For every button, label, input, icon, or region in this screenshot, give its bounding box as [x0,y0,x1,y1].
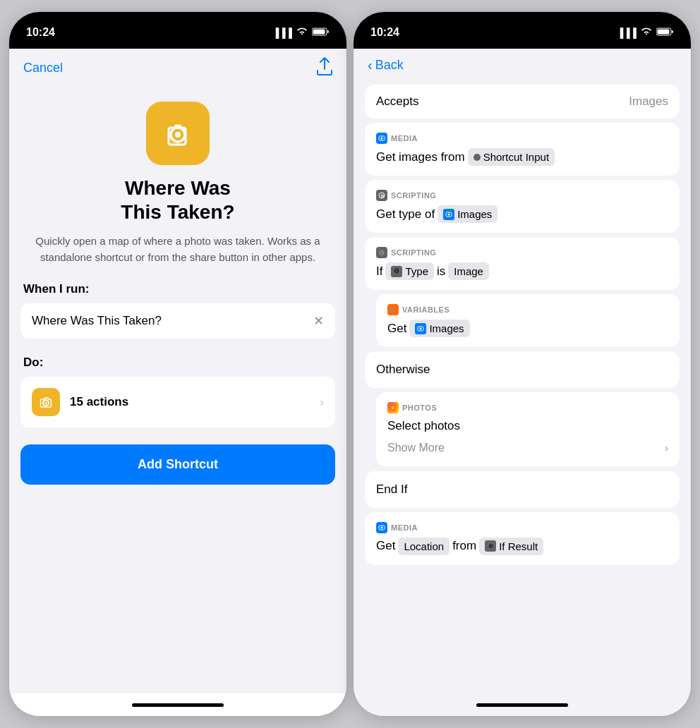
svg-point-3 [175,132,181,138]
type-chip[interactable]: ⚙ Type [385,262,434,280]
scripting-if-text: If ⚙ Type is Image [376,262,668,280]
shortcut-icon-wrap [9,102,346,165]
location-chip[interactable]: Location [398,538,449,555]
add-shortcut-button[interactable]: Add Shortcut [20,444,335,485]
right-battery-icon [656,28,674,38]
camera-icon [159,115,196,152]
end-if-card: End If [365,471,680,508]
clear-button[interactable]: ✕ [313,313,324,329]
left-status-bar: 10:24 ▐▐▐ [9,12,346,49]
left-phone: 10:24 ▐▐▐ [8,11,347,717]
show-more-label: Show More [387,442,445,454]
svg-point-13 [448,213,450,215]
show-more-chevron-icon: › [665,442,668,454]
back-label: Back [375,58,404,73]
accepts-label: Accepts [376,95,418,109]
right-home-bar [476,703,568,707]
action-photos-select[interactable]: PHOTOS Select photos Show More › [376,392,680,467]
share-icon[interactable] [317,57,332,79]
svg-point-5 [45,402,47,404]
show-more-row[interactable]: Show More › [387,435,668,457]
action-variables-get[interactable]: x VARIABLES Get Images [376,294,680,347]
do-camera-icon [38,394,54,410]
action-scripting-get-type[interactable]: ⚙ SCRIPTING Get type of Images [365,180,680,233]
images-chip-media-icon-2 [415,323,426,334]
type-chip-scripting-icon: ⚙ [391,266,402,277]
get-images-text-1: Get images from [376,149,465,166]
svg-rect-1 [313,29,325,34]
scripting-cat-icon-1: ⚙ [376,190,387,201]
action-media-get-location[interactable]: MEDIA Get Location from ⚙ If Result [365,512,680,565]
accepts-row: Accepts Images [365,85,680,119]
back-chevron-icon: ‹ [368,57,373,73]
media-cat-icon-2 [376,522,387,533]
svg-point-15 [420,327,422,329]
get-text: Get [387,320,406,337]
do-card-left: 15 actions [32,388,128,416]
get-location-text: Get Location from ⚙ If Result [376,538,668,555]
do-shortcut-icon [32,388,60,416]
do-label: Do: [9,356,346,370]
left-time: 10:24 [26,26,55,39]
right-status-icons: ▐▐▐ [617,28,674,38]
images-chip-1[interactable]: Images [438,205,497,223]
do-chevron-icon: › [320,395,324,410]
variables-get-text: Get Images [387,320,668,337]
right-time: 10:24 [370,26,399,39]
left-home-bar [132,703,224,707]
is-text: is [437,263,445,280]
when-i-run-label: When I run: [9,282,346,296]
battery-icon [312,28,330,38]
left-phone-content: Cancel Where WasThis Taken? Quickly [9,49,346,693]
right-status-bar: 10:24 ▐▐▐ [354,12,691,49]
shortcut-title: Where WasThis Taken? [9,176,346,224]
svg-point-16 [390,405,397,411]
wifi-icon [296,28,308,38]
right-phone: 10:24 ▐▐▐ [353,11,692,717]
otherwise-card: Otherwise [365,351,680,388]
from-text: from [452,538,476,554]
select-photos-label: Select photos [387,418,460,435]
end-if-label: End If [376,483,407,496]
select-photos-text: Select photos [387,418,668,435]
do-card[interactable]: 15 actions › [20,377,335,427]
if-result-scripting-icon: ⚙ [485,540,496,552]
accepts-value: Images [629,95,668,109]
screens-container: 10:24 ▐▐▐ [8,11,692,717]
shortcut-app-icon [146,102,210,165]
shortcut-name-input[interactable]: Where Was This Taken? [32,314,313,328]
photos-cat-icon [387,402,399,413]
do-section: Do: 15 actions › [9,356,346,427]
left-nav-bar: Cancel [9,49,346,85]
media-get-images-text: Get images from Shortcut Input [376,148,668,166]
images-chip-2[interactable]: Images [409,320,469,337]
shortcut-input-chip[interactable]: Shortcut Input [468,148,555,166]
media-cat-icon [376,133,387,144]
actions-count-label: 15 actions [70,395,128,409]
shortcut-name-input-row[interactable]: Where Was This Taken? ✕ [20,303,335,339]
media-category-label-2: MEDIA [376,522,668,533]
shortcut-description: Quickly open a map of where a photo was … [9,233,346,265]
signal-icon: ▐▐▐ [272,28,292,38]
right-phone-content: ‹ Back Accepts Images MEDIA [354,49,691,693]
otherwise-label: Otherwise [376,363,430,376]
back-button[interactable]: ‹ Back [368,57,404,73]
media-category-label: MEDIA [376,133,668,144]
image-chip[interactable]: Image [448,262,489,280]
svg-point-18 [381,526,383,528]
right-nav-bar: ‹ Back [354,49,691,79]
photos-category-label: PHOTOS [387,402,668,413]
action-media-get-images[interactable]: MEDIA Get images from Shortcut Input [365,123,680,176]
get-type-of-text: Get type of [376,206,435,223]
scripting-get-type-text: Get type of Images [376,205,668,223]
if-text: If [376,263,382,280]
shortcut-input-dot [473,154,481,161]
svg-point-9 [381,138,383,140]
variables-cat-icon: x [387,304,399,315]
get-text-2: Get [376,538,395,554]
if-result-chip[interactable]: ⚙ If Result [479,538,543,555]
left-home-indicator [9,693,346,716]
cancel-button[interactable]: Cancel [23,61,63,75]
action-scripting-if[interactable]: ⚙ SCRIPTING If ⚙ Type is Image [365,237,680,290]
variables-category-label: x VARIABLES [387,304,668,315]
